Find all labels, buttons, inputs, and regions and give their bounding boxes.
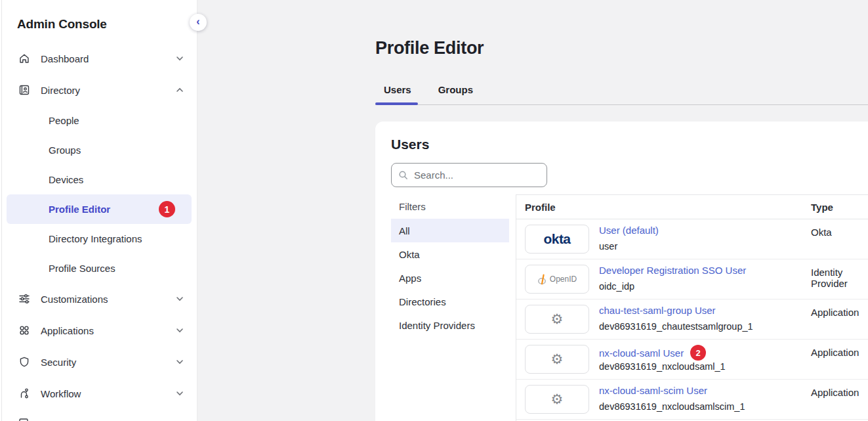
tab-users[interactable]: Users [384,84,411,95]
sidebar-item-label: People [49,115,79,126]
page-title: Profile Editor [375,38,484,58]
chevron-down-icon [175,53,185,64]
tab-bar: Users Groups [384,84,473,95]
profile-id: oidc_idp [599,281,634,292]
sidebar-item-security[interactable]: Security [0,346,197,378]
search-input[interactable] [414,169,545,181]
panel-heading: Users [391,137,429,152]
table-header-row: Profile Type [516,195,868,219]
profile-link-group: nx-cloud-saml User 2 [599,345,706,361]
profile-link[interactable]: User (default) [599,225,659,236]
profile-id: dev86931619_chautestsamlgroup_1 [599,321,753,332]
apps-grid-icon [18,324,31,336]
sidebar-item-label: Applications [41,325,175,336]
gear-icon: ⚙ [551,393,564,407]
openid-logo: OpenID [525,265,589,294]
profile-type: Application [811,307,859,318]
sidebar-item-label: Profile Sources [49,263,115,274]
sidebar-item-label: Directory [41,85,175,96]
profile-link[interactable]: chau-test-saml-group User [599,305,716,316]
gear-icon: ⚙ [551,353,564,366]
app-logo-box: ⚙ [525,345,589,374]
sidebar-item-label: Directory Integrations [49,233,142,244]
filter-all[interactable]: All [391,219,509,242]
filter-identity-providers[interactable]: Identity Providers [391,313,509,337]
sidebar-item-directory-integrations[interactable]: Directory Integrations [7,224,192,254]
filters-heading: Filters [391,194,516,219]
sidebar-item-partial[interactable] [0,409,197,421]
panel-body: Filters All Okta Apps Directories Identi… [375,194,868,421]
annotation-badge-1: 1 [159,201,175,217]
column-header-type: Type [811,202,833,213]
sidebar-item-dashboard[interactable]: Dashboard [0,43,197,74]
sidebar: Admin Console Dashboard Directory People… [0,0,197,421]
sidebar-left-edge [1,0,2,421]
filters-panel: Filters All Okta Apps Directories Identi… [375,194,516,421]
sliders-icon [18,293,31,305]
partial-nav-icon [18,417,30,421]
table-row: ⚙ nx-cloud-saml-scim User dev86931619_nx… [516,380,868,420]
gear-icon: ⚙ [551,313,564,326]
search-icon [398,170,408,180]
sidebar-item-label: Customizations [41,294,175,305]
sidebar-item-profile-sources[interactable]: Profile Sources [7,254,192,283]
sidebar-item-directory[interactable]: Directory [0,74,197,106]
profile-id: dev86931619_nxcloudsaml_1 [599,361,726,372]
profile-type: Identity Provider [811,267,868,289]
column-header-profile: Profile [516,202,556,213]
active-tab-underline [375,102,418,105]
users-panel: Users Filters All Okta Apps Directories … [375,122,868,421]
profiles-table: Profile Type okta User (default) user Ok… [516,194,868,421]
filter-directories[interactable]: Directories [391,290,509,313]
profile-type: Okta [811,227,832,238]
app-title: Admin Console [0,0,197,43]
profile-id: user [599,241,617,252]
tab-groups[interactable]: Groups [438,84,473,95]
chevron-up-icon [175,85,185,95]
sidebar-item-devices[interactable]: Devices [7,165,192,194]
filter-apps[interactable]: Apps [391,266,509,290]
chevron-down-icon [175,325,185,336]
profile-type: Application [811,347,859,358]
home-icon [18,53,31,64]
shield-icon [18,356,31,368]
sidebar-item-groups[interactable]: Groups [7,135,192,165]
sidebar-item-label: Dashboard [41,53,175,64]
openid-glyph-icon [537,274,547,285]
sidebar-item-workflow[interactable]: Workflow [0,378,197,409]
profile-link[interactable]: nx-cloud-saml-scim User [599,385,707,396]
table-row: OpenID Developer Registration SSO User o… [516,259,868,299]
chevron-down-icon [175,357,185,367]
profile-id: dev86931619_nxcloudsamlscim_1 [599,401,745,412]
sidebar-item-profile-editor[interactable]: Profile Editor 1 [7,194,192,224]
tab-divider-line [375,104,868,105]
filter-okta[interactable]: Okta [391,242,509,266]
sidebar-item-customizations[interactable]: Customizations [0,283,197,315]
search-box[interactable] [391,163,547,187]
sidebar-item-people[interactable]: People [7,106,192,135]
sidebar-item-label: Groups [49,144,81,156]
table-row: ⚙ chau-test-saml-group User dev86931619_… [516,299,868,340]
app-logo-box: ⚙ [525,305,589,334]
main-content: Profile Editor Users Groups Users Filter… [197,0,868,421]
sidebar-item-label: Profile Editor [49,204,110,215]
chevron-down-icon [175,388,185,399]
annotation-badge-2: 2 [690,345,706,361]
sidebar-item-label: Devices [49,174,83,185]
okta-logo: okta [525,225,589,254]
profile-link[interactable]: Developer Registration SSO User [599,265,746,276]
sidebar-item-label: Security [41,357,175,368]
sidebar-item-applications[interactable]: Applications [0,315,197,346]
id-card-icon [18,84,31,96]
profile-type: Application [811,387,859,398]
sidebar-collapse-button[interactable]: ‹ [190,14,207,31]
profile-link[interactable]: nx-cloud-saml User [599,347,684,359]
app-logo-box: ⚙ [525,385,589,414]
table-row: ⚙ nx-cloud-saml User 2 dev86931619_nxclo… [516,340,868,380]
table-row: okta User (default) user Okta [516,219,868,259]
chevron-down-icon [175,294,185,304]
sidebar-item-label: Workflow [41,388,175,399]
workflow-icon [18,388,31,399]
